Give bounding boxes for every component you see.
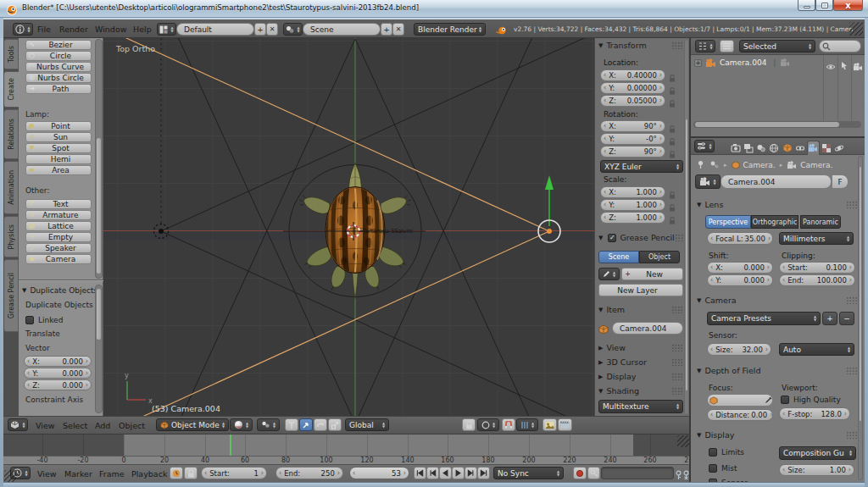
- rotation-y-field-decrement-arrow[interactable]: ‹: [604, 136, 606, 142]
- lock-to-scene-button[interactable]: [462, 418, 476, 431]
- lens-panel-header[interactable]: ▼Lens: [697, 199, 858, 210]
- rotation-x-field-increment-arrow[interactable]: ›: [659, 123, 662, 130]
- scale-y-field[interactable]: ‹Y:1.000›: [600, 199, 665, 211]
- display-size-field[interactable]: ‹Size:1.00›: [779, 464, 854, 476]
- render-opengl-button[interactable]: [542, 418, 557, 431]
- gp-new-button[interactable]: +New: [621, 268, 683, 280]
- redo-vector-z-increment-arrow[interactable]: ›: [86, 382, 88, 389]
- toolshelf-scrollbar[interactable]: [95, 39, 103, 279]
- outliner-scrollbar-thumb[interactable]: [695, 122, 839, 127]
- shift-x-field-increment-arrow[interactable]: ›: [767, 264, 770, 271]
- timeline-menu-marker[interactable]: Marker: [64, 469, 92, 479]
- scale-z-field-decrement-arrow[interactable]: ‹: [604, 214, 606, 221]
- properties-tab-physics[interactable]: [832, 141, 845, 155]
- shading-panel-header-grip-icon[interactable]: [671, 387, 683, 395]
- shading-panel-header[interactable]: ▼Shading: [598, 385, 683, 396]
- transform-panel-header-grip-icon[interactable]: [671, 42, 683, 49]
- toolshelf-button-spot[interactable]: ▼Spot: [25, 143, 92, 153]
- preset-remove-button[interactable]: −: [839, 312, 854, 325]
- frame-end-field[interactable]: ‹End:250›: [275, 467, 343, 479]
- topbar-menu-file[interactable]: File: [37, 25, 51, 34]
- lens-panel-header-grip-icon[interactable]: [846, 201, 858, 208]
- topbar-menu-help[interactable]: Help: [133, 25, 152, 34]
- view-panel-header[interactable]: ▶View: [598, 342, 683, 353]
- properties-tab-render[interactable]: [729, 141, 742, 155]
- breadcrumb-data-label[interactable]: Camera.: [800, 161, 832, 169]
- location-y-field[interactable]: ‹Y:0.00000›: [600, 82, 665, 94]
- toolshelf-button-point[interactable]: ●Point: [25, 121, 92, 131]
- sensor-size-field[interactable]: ‹Size:32.00›: [707, 343, 771, 356]
- outliner-search-field[interactable]: [819, 40, 861, 53]
- display-panel-header[interactable]: ▼Display: [697, 429, 858, 440]
- clip-end-field[interactable]: ‹End:100.000›: [779, 274, 855, 286]
- toolshelf-button-camera[interactable]: ◉Camera: [25, 254, 92, 264]
- viewport-shading-dropdown[interactable]: ▲▼: [230, 418, 253, 431]
- location-x-field[interactable]: ‹X:0.40000›: [600, 69, 665, 81]
- scale-x-field-increment-arrow[interactable]: ›: [659, 189, 662, 196]
- item-name-field[interactable]: Camera.004: [612, 322, 683, 335]
- location-x-field-increment-arrow[interactable]: ›: [659, 72, 662, 79]
- toolshelf-button-sun[interactable]: ☼Sun: [25, 132, 92, 142]
- proportional-edit-dropdown[interactable]: ▲▼: [477, 418, 499, 431]
- cursor-panel-header[interactable]: ▶3D Cursor: [598, 357, 683, 368]
- frame-end-field-decrement-arrow[interactable]: ‹: [279, 470, 281, 477]
- current-frame-field[interactable]: ‹53›: [349, 467, 409, 479]
- camera-panel-header[interactable]: ▼Camera: [697, 295, 858, 306]
- properties-tab-scene[interactable]: [755, 141, 768, 155]
- scale-z-lock-button[interactable]: [669, 212, 681, 223]
- location-z-field-increment-arrow[interactable]: ›: [659, 97, 662, 104]
- view3d-menu-add[interactable]: Add: [95, 421, 110, 430]
- location-z-field-decrement-arrow[interactable]: ‹: [604, 97, 606, 104]
- toolshelf-tab-physics[interactable]: Physics: [4, 216, 19, 257]
- composition-guides-dropdown[interactable]: Composition Gu▲▼: [779, 446, 856, 460]
- grease-pencil-panel-header[interactable]: ▼✓Grease Pencil: [598, 232, 683, 243]
- orientation-dropdown[interactable]: Global▲▼: [345, 418, 389, 431]
- grease-pencil-panel-header-grip-icon[interactable]: [675, 234, 683, 241]
- scale-z-field[interactable]: ‹Z:1.000›: [600, 212, 665, 224]
- rotation-y-field-increment-arrow[interactable]: ›: [659, 136, 662, 142]
- scale-y-field-increment-arrow[interactable]: ›: [659, 202, 662, 208]
- dof-distance-field-decrement-arrow[interactable]: ‹: [710, 412, 713, 418]
- clip-end-field-increment-arrow[interactable]: ›: [849, 277, 852, 284]
- toolshelf-button-text[interactable]: FText: [25, 199, 92, 209]
- shift-y-field[interactable]: ‹Y:0.000›: [707, 274, 773, 286]
- breadcrumb-object-label[interactable]: Camera.: [743, 161, 776, 169]
- scale-x-field[interactable]: ‹X:1.000›: [600, 186, 665, 198]
- lens-unit-dropdown[interactable]: Millimeters▲▼: [779, 232, 854, 245]
- current-frame-field-increment-arrow[interactable]: ›: [403, 470, 406, 477]
- dof-panel-header[interactable]: ▼Depth of Field: [697, 365, 858, 376]
- camera-presets-dropdown[interactable]: Camera Presets▲▼: [707, 312, 821, 325]
- item-panel-header[interactable]: ▼Item: [598, 304, 683, 315]
- toolshelf-button-nurbs-curve[interactable]: ◠Nurbs Curve: [25, 62, 92, 72]
- location-y-field-decrement-arrow[interactable]: ‹: [604, 85, 606, 91]
- dof-fstop-field-decrement-arrow[interactable]: ‹: [782, 411, 785, 418]
- display-limits-checkbox[interactable]: [709, 448, 717, 457]
- toolshelf-button-circle[interactable]: ○Circle: [25, 51, 92, 61]
- toolshelf-button-bezier[interactable]: ∿Bezier: [25, 40, 92, 50]
- display-limits[interactable]: Limits: [709, 447, 782, 457]
- toolshelf-button-hemi[interactable]: ◡Hemi: [25, 154, 92, 164]
- rotation-z-field-increment-arrow[interactable]: ›: [659, 148, 662, 155]
- frame-end-field-increment-arrow[interactable]: ›: [337, 470, 340, 477]
- redo-vector-y[interactable]: ‹Y:0.000›: [24, 368, 92, 379]
- close-button[interactable]: x: [833, 0, 863, 11]
- outliner-display-mode-dropdown[interactable]: Selected▲▼: [739, 40, 815, 53]
- clip-start-field-increment-arrow[interactable]: ›: [849, 264, 852, 271]
- redo-vector-y-increment-arrow[interactable]: ›: [86, 370, 88, 377]
- scale-y-field-decrement-arrow[interactable]: ‹: [604, 202, 606, 208]
- outliner-filter-button[interactable]: [720, 40, 734, 53]
- redo-vector-z[interactable]: ‹Z:0.000›: [24, 379, 92, 390]
- timeline-menu-playback[interactable]: Playback: [131, 469, 167, 479]
- scale-x-field-decrement-arrow[interactable]: ‹: [604, 189, 606, 196]
- view3d-menu-view[interactable]: View: [36, 421, 55, 430]
- location-x-lock-button[interactable]: [669, 69, 681, 80]
- redo-vector-y-decrement-arrow[interactable]: ‹: [27, 370, 30, 377]
- manipulator-translate-button[interactable]: [299, 418, 313, 431]
- scale-z-field-increment-arrow[interactable]: ›: [659, 214, 662, 221]
- area-corner-grip-icon[interactable]: [4, 470, 16, 482]
- rotation-x-field[interactable]: ‹X:90°›: [600, 120, 665, 132]
- outliner-editor-type-button[interactable]: ▲▼: [695, 40, 715, 53]
- gp-draw-mode-button[interactable]: ▲▼: [598, 268, 620, 280]
- pivot-point-dropdown[interactable]: ▲▼: [257, 418, 280, 431]
- view3d-menu-object[interactable]: Object: [119, 421, 145, 430]
